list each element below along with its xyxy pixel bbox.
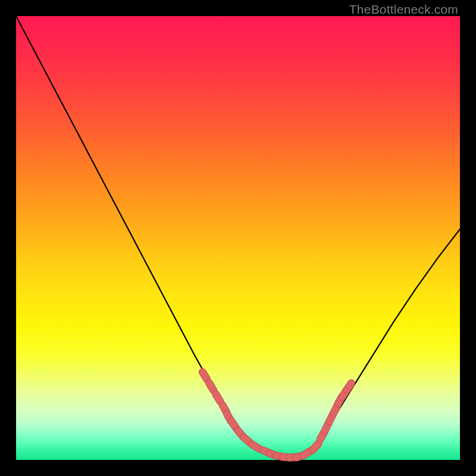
- curve-markers: [202, 372, 351, 458]
- curve-layer: [16, 16, 460, 460]
- curve-marker: [252, 444, 259, 449]
- chart-frame: TheBottleneck.com: [0, 0, 476, 476]
- bottleneck-curve: [16, 16, 460, 458]
- curve-marker: [313, 443, 318, 450]
- watermark-text: TheBottleneck.com: [349, 2, 458, 17]
- curve-marker: [244, 437, 250, 443]
- curve-marker: [209, 383, 214, 390]
- curve-marker: [231, 421, 236, 428]
- curve-marker: [347, 383, 352, 390]
- curve-marker: [303, 451, 311, 455]
- plot-area: [16, 16, 460, 460]
- curve-marker: [216, 394, 220, 402]
- curve-marker: [202, 372, 206, 379]
